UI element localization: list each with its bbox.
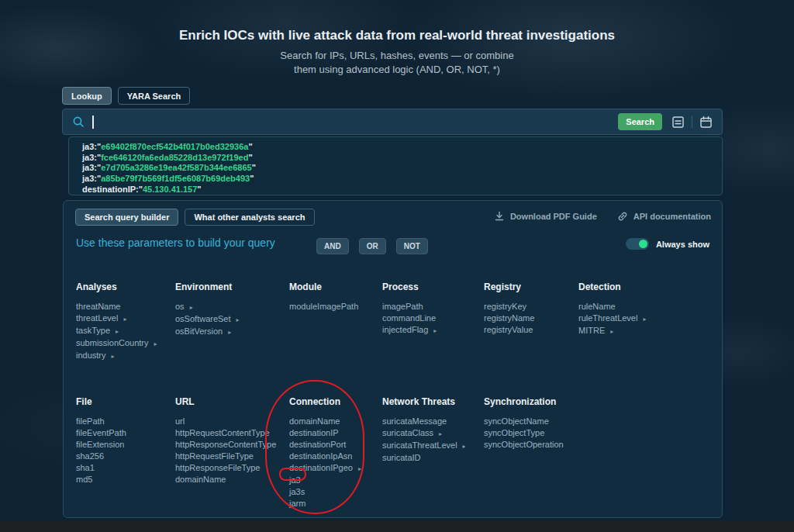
footer-strip (0, 520, 794, 532)
query-example[interactable]: destinationIP:"45.130.41.157" (82, 185, 722, 195)
search-bar: Search (62, 109, 723, 135)
operator-and-badge[interactable]: AND (316, 238, 349, 254)
param-commandLine[interactable]: commandLine (382, 313, 437, 324)
search-button[interactable]: Search (618, 113, 662, 130)
param-suricataID[interactable]: suricataID (382, 452, 466, 464)
what-other-analysts-search-button[interactable]: What other analysts search (185, 209, 314, 226)
api-documentation-link[interactable]: API documentation (617, 211, 711, 222)
param-url[interactable]: url (175, 416, 276, 427)
param-taskType[interactable]: taskType▸ (76, 325, 157, 337)
builder-hint-text: Use these parameters to build your query (76, 237, 275, 249)
param-destinationIPgeo[interactable]: destinationIPgeo▸ (289, 462, 361, 475)
param-ruleName[interactable]: ruleName (578, 301, 646, 313)
param-httpRequestFileType[interactable]: httpRequestFileType (175, 451, 276, 462)
param-group-network-threats: Network Threats suricataMessage suricata… (382, 396, 466, 464)
param-registryKey[interactable]: registryKey (484, 301, 534, 313)
saved-queries-icon[interactable] (671, 116, 685, 129)
text-cursor (92, 116, 94, 129)
query-field: ja3:" (82, 163, 101, 172)
param-group-analyses: Analyses threatName threatLevel▸ taskTyp… (76, 282, 157, 362)
query-quote: " (197, 185, 201, 194)
param-fileExtension[interactable]: fileExtension (76, 439, 126, 451)
query-field: destinationIP:" (82, 185, 143, 194)
param-group-registry: Registry registryKey registryName regist… (484, 282, 534, 336)
param-ja3s[interactable]: ja3s (289, 486, 361, 498)
always-show-label: Always show (656, 240, 709, 249)
param-destinationPort[interactable]: destinationPort (289, 439, 361, 451)
param-domainName[interactable]: domainName (289, 416, 361, 427)
param-fileEventPath[interactable]: fileEventPath (76, 427, 126, 439)
param-destinationIpAsn[interactable]: destinationIpAsn (289, 451, 361, 462)
query-example[interactable]: ja3:"a85be79f7b569f1df5e6087b69deb493" (82, 174, 722, 185)
param-group-url: URL url httpRequestContentType httpRespo… (175, 396, 276, 485)
builder-links: Download PDF Guide API documentation (494, 211, 711, 222)
query-quote: " (248, 142, 252, 151)
param-httpResponseFileType[interactable]: httpResponseFileType (175, 462, 276, 474)
param-os[interactable]: os▸ (175, 301, 240, 313)
param-imagePath[interactable]: imagePath (382, 301, 437, 313)
param-MITRE[interactable]: MITRE▸ (578, 325, 646, 337)
download-pdf-guide-link[interactable]: Download PDF Guide (494, 211, 597, 222)
param-destinationIP[interactable]: destinationIP (289, 427, 361, 439)
param-md5[interactable]: md5 (76, 474, 126, 485)
expand-arrow-icon: ▸ (358, 465, 361, 472)
expand-arrow-icon: ▸ (112, 353, 115, 360)
param-group-detection: Detection ruleName ruleThreatLevel▸ MITR… (578, 282, 646, 337)
param-threatName[interactable]: threatName (76, 301, 157, 313)
param-filePath[interactable]: filePath (76, 416, 126, 427)
calendar-icon[interactable] (699, 116, 713, 129)
param-registryValue[interactable]: registryValue (484, 324, 534, 336)
param-syncObjectOperation[interactable]: syncObjectOperation (484, 439, 564, 451)
param-registryName[interactable]: registryName (484, 313, 534, 324)
param-ja3[interactable]: ja3 (289, 475, 361, 486)
tab-yara-search[interactable]: YARA Search (118, 87, 191, 105)
query-value: e7d705a3286e19ea42f587b344ee6865 (101, 163, 252, 172)
param-syncObjectType[interactable]: syncObjectType (484, 427, 564, 439)
group-title: Synchronization (484, 396, 564, 407)
param-domainName[interactable]: domainName (175, 474, 276, 485)
param-group-process: Process imagePath commandLine injectedFl… (382, 282, 437, 337)
param-sha256[interactable]: sha256 (76, 451, 126, 462)
param-group-module: Module moduleImagePath (289, 282, 358, 313)
expand-arrow-icon: ▸ (439, 430, 442, 437)
query-field: ja3:" (82, 153, 101, 162)
param-injectedFlag[interactable]: injectedFlag▸ (382, 324, 437, 337)
search-mode-tabs: Lookup YARA Search (62, 87, 190, 105)
group-title: Process (382, 282, 437, 292)
param-httpRequestContentType[interactable]: httpRequestContentType (175, 427, 276, 439)
param-group-file: File filePath fileEventPath fileExtensio… (76, 396, 126, 485)
query-quote: " (248, 153, 252, 162)
builder-buttons: Search query builder What other analysts… (75, 209, 315, 226)
query-example[interactable]: ja3:"e7d705a3286e19ea42f587b344ee6865" (82, 163, 722, 174)
param-group-environment: Environment os▸ osSoftwareSet▸ osBitVers… (175, 282, 240, 338)
operator-not-badge[interactable]: NOT (396, 238, 428, 254)
param-industry[interactable]: industry▸ (76, 350, 157, 362)
group-title: URL (175, 396, 276, 407)
param-threatLevel[interactable]: threatLevel▸ (76, 313, 157, 325)
param-suricataMessage[interactable]: suricataMessage (382, 416, 466, 427)
param-osSoftwareSet[interactable]: osSoftwareSet▸ (175, 313, 240, 326)
param-jarm[interactable]: jarm (289, 498, 361, 510)
group-title: Connection (289, 396, 361, 407)
always-show-toggle[interactable] (626, 238, 649, 250)
param-submissionCountry[interactable]: submissionCountry▸ (76, 337, 157, 350)
param-syncObjectName[interactable]: syncObjectName (484, 416, 564, 427)
param-suricataThreatLevel[interactable]: suricataThreatLevel▸ (382, 440, 466, 452)
param-moduleImagePath[interactable]: moduleImagePath (289, 301, 358, 313)
tab-lookup[interactable]: Lookup (62, 87, 112, 105)
toggle-knob (639, 240, 647, 248)
expand-arrow-icon: ▸ (116, 328, 119, 335)
search-icon (72, 116, 85, 129)
param-httpResponseContentType[interactable]: httpResponseContentType (175, 439, 276, 451)
operator-or-badge[interactable]: OR (359, 238, 386, 254)
query-example[interactable]: ja3:"fce646120fa6eda85228d13e972f19ed" (82, 153, 722, 164)
param-ruleThreatLevel[interactable]: ruleThreatLevel▸ (578, 313, 646, 325)
param-group-synchronization: Synchronization syncObjectName syncObjec… (484, 396, 564, 451)
param-suricataClass[interactable]: suricataClass▸ (382, 427, 466, 440)
query-example[interactable]: ja3:"e69402f870ecf542b4f017b0ed32936a" (82, 142, 722, 153)
query-value: a85be79f7b569f1df5e6087b69deb493 (101, 174, 250, 183)
search-query-builder-button[interactable]: Search query builder (75, 209, 178, 226)
search-input[interactable] (95, 116, 619, 128)
param-sha1[interactable]: sha1 (76, 462, 126, 474)
param-osBitVersion[interactable]: osBitVersion▸ (175, 326, 240, 338)
